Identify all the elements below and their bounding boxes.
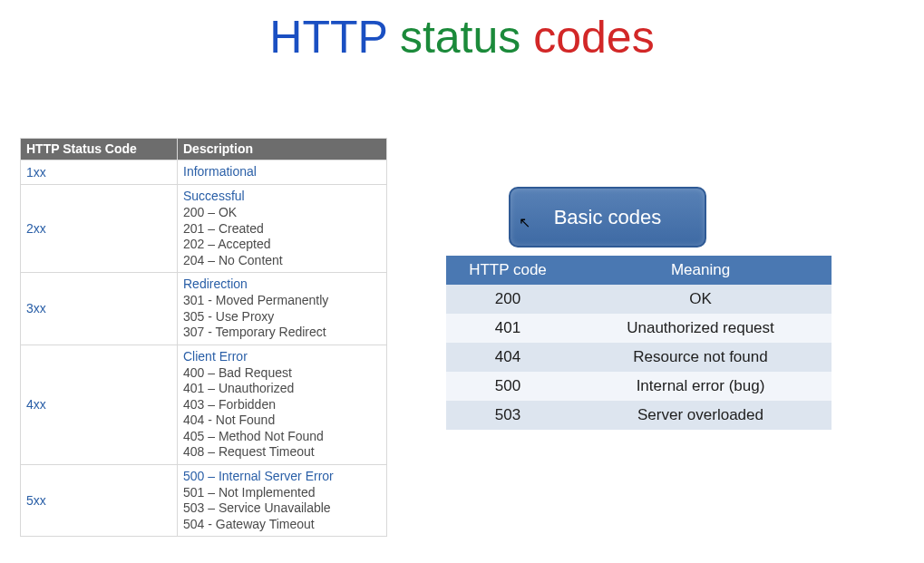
table-row: 401 Unauthorized request [446, 314, 832, 343]
status-line: 305 - Use Proxy [183, 309, 381, 325]
status-line: 405 – Method Not Found [183, 429, 381, 445]
code-cell: 3xx [21, 273, 178, 345]
desc-cell: Client Error 400 – Bad Request 401 – Una… [178, 345, 387, 464]
col-header-httpcode: HTTP code [446, 256, 569, 285]
status-line: 202 – Accepted [183, 237, 381, 253]
code-cell: 5xx [21, 464, 178, 537]
table-row: 404 Resource not found [446, 343, 832, 372]
status-line: 400 – Bad Request [183, 365, 381, 382]
category-label: Client Error [183, 349, 381, 364]
status-line: 404 - Not Found [183, 413, 381, 429]
title-word-2: status [400, 12, 520, 63]
code-cell: 401 [446, 314, 569, 343]
status-line: 504 - Gateway Timeout [183, 517, 381, 533]
table-row: 500 Internal error (bug) [446, 372, 832, 401]
table-row: 200 OK [446, 285, 832, 314]
status-line: 403 – Forbidden [183, 397, 381, 413]
status-line: 501 – Not Implemented [183, 485, 381, 501]
basic-codes-label-text: Basic codes [554, 206, 662, 229]
table-header-row: HTTP code Meaning [446, 256, 832, 285]
code-cell: 404 [446, 343, 569, 372]
status-line: 200 – OK [183, 205, 381, 221]
status-code-detail-table: HTTP Status Code Description 1xx Informa… [20, 138, 387, 537]
title-word-1: HTTP [269, 12, 387, 63]
meaning-cell: Internal error (bug) [569, 372, 832, 401]
category-label: Successful [183, 189, 381, 203]
category-label: Informational [183, 164, 381, 179]
table-row: 503 Server overloaded [446, 401, 832, 430]
meaning-cell: Resource not found [569, 343, 832, 372]
code-cell: 2xx [21, 185, 178, 273]
table-row: 5xx 500 – Internal Server Error 501 – No… [21, 464, 387, 537]
desc-cell: Informational [178, 160, 387, 185]
col-header-desc: Description [178, 139, 387, 160]
status-line: 204 – No Content [183, 253, 381, 269]
col-header-code: HTTP Status Code [21, 139, 178, 160]
status-line: 307 - Temporary Redirect [183, 325, 381, 341]
desc-cell: Successful 200 – OK 201 – Created 202 – … [178, 185, 387, 273]
table-row: 4xx Client Error 400 – Bad Request 401 –… [21, 345, 387, 464]
category-label: Redirection [183, 277, 381, 291]
table-header-row: HTTP Status Code Description [21, 139, 387, 160]
slide: HTTP status codes HTTP Status Code Descr… [0, 0, 924, 563]
code-cell: 503 [446, 401, 569, 430]
code-cell: 500 [446, 372, 569, 401]
meaning-cell: Server overloaded [569, 401, 832, 430]
desc-cell: 500 – Internal Server Error 501 – Not Im… [178, 464, 387, 537]
status-line: 503 – Service Unavailable [183, 500, 381, 517]
table-row: 3xx Redirection 301 - Moved Permanently … [21, 273, 387, 345]
title-word-3: codes [533, 12, 654, 63]
status-line: 201 – Created [183, 221, 381, 238]
code-cell: 4xx [21, 345, 178, 464]
basic-codes-table: HTTP code Meaning 200 OK 401 Unauthorize… [446, 256, 832, 430]
status-line: 408 – Request Timeout [183, 444, 381, 461]
basic-codes-label: Basic codes [509, 187, 706, 248]
code-cell: 1xx [21, 160, 178, 185]
meaning-cell: Unauthorized request [569, 314, 832, 343]
category-label: 500 – Internal Server Error [183, 469, 381, 483]
code-cell: 200 [446, 285, 569, 314]
slide-title: HTTP status codes [0, 11, 924, 63]
col-header-meaning: Meaning [569, 256, 832, 285]
meaning-cell: OK [569, 285, 832, 314]
desc-cell: Redirection 301 - Moved Permanently 305 … [178, 273, 387, 345]
table-row: 1xx Informational [21, 160, 387, 185]
status-line: 301 - Moved Permanently [183, 293, 381, 309]
status-line: 401 – Unauthorized [183, 381, 381, 397]
table-row: 2xx Successful 200 – OK 201 – Created 20… [21, 185, 387, 273]
